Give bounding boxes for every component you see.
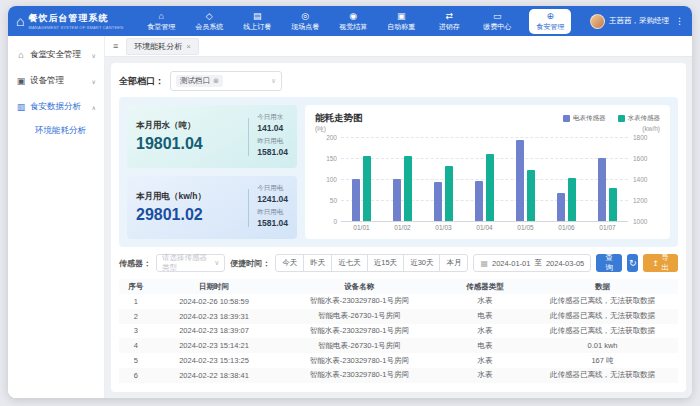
quick-range-button[interactable]: 近15天	[367, 254, 404, 272]
stall-chip[interactable]: 测试档口 ⊗	[176, 75, 223, 87]
quick-range-button[interactable]: 今天	[275, 254, 304, 272]
query-button[interactable]: 查询	[596, 254, 622, 272]
payment-center-icon: ▭	[493, 11, 502, 21]
date-end[interactable]: 2024-03-05	[546, 259, 584, 268]
table-cell: 水表	[443, 370, 527, 380]
legend-item[interactable]: 电表传感器	[563, 114, 606, 123]
x-axis-label: 01/02	[394, 224, 410, 231]
table-cell: 2024-02-23 15:14:21	[153, 341, 276, 350]
sidebar-item-label: 设备管理	[30, 75, 64, 87]
nav-item-label: 进销存	[439, 22, 460, 32]
quick-range-button[interactable]: 昨天	[303, 254, 332, 272]
stall-select[interactable]: 测试档口 ⊗ ∨	[170, 71, 282, 91]
sidebar-item[interactable]: ▣设备管理∨	[8, 68, 104, 94]
table-cell: 此传感器已离线，无法获取数据	[527, 326, 678, 336]
electricity-title: 本月用电（kw/h）	[136, 191, 240, 203]
date-range-picker[interactable]: ▦ 2024-01-01 至 2024-03-05	[473, 254, 591, 272]
water-bar	[445, 166, 453, 221]
nav-item-member[interactable]: ◇会员系统	[193, 11, 225, 32]
user-menu-icon[interactable]: ⋮	[675, 16, 684, 26]
quick-range-button[interactable]: 近30天	[403, 254, 440, 272]
sidebar-subitem[interactable]: 环境能耗分析	[8, 120, 104, 142]
nav-item-auto-weigh[interactable]: ▣自动称重	[385, 11, 417, 32]
right-axis-tick: 1800	[628, 134, 647, 141]
legend-swatch	[618, 115, 625, 122]
tab-close-icon[interactable]: ×	[186, 42, 191, 51]
left-axis-tick: 0	[333, 218, 341, 225]
right-axis-tick: 1200	[628, 197, 647, 204]
device-manage-icon: ▣	[16, 76, 26, 86]
refresh-button[interactable]: ↻	[627, 254, 638, 272]
nav-item-label: 缴费中心	[483, 22, 511, 32]
water-bar	[527, 170, 535, 221]
electric-bar	[516, 140, 524, 221]
onsite-order-icon: ◎	[301, 11, 309, 21]
table-row[interactable]: 12024-02-26 10:58:59智能水表-230329780-1号房间水…	[119, 294, 678, 309]
electric-bar	[475, 181, 483, 221]
user-block[interactable]: 王茜茜，采购经理 ⋮	[590, 14, 684, 29]
table-header-cell: 设备名称	[276, 282, 444, 292]
table-header-cell: 序号	[119, 282, 153, 292]
table-cell: 智能水表-230329780-1号房间	[276, 356, 444, 366]
nav-item-label: 视觉结算	[339, 22, 367, 32]
nav-item-canteen[interactable]: ⌂食堂管理	[145, 11, 177, 32]
date-start[interactable]: 2024-01-01	[492, 259, 530, 268]
x-axis-label: 01/06	[558, 224, 574, 231]
stall-filter-row: 全部档口： 测试档口 ⊗ ∨	[119, 71, 678, 91]
table-row[interactable]: 32024-02-23 18:39:07智能水表-230329780-1号房间水…	[119, 324, 678, 339]
sensor-select[interactable]: 请选择传感器类型 ∨	[156, 254, 225, 272]
tab-env-energy[interactable]: 环境能耗分析 ×	[126, 38, 199, 55]
energy-panel: 本月用水（吨） 19801.04 今日用水 141.04 昨日用电 1581.0…	[119, 97, 678, 247]
water-yesterday-value: 1581.04	[257, 147, 288, 157]
table-cell: 智能电表-26730-1号房间	[276, 311, 444, 321]
table-cell: 4	[119, 341, 153, 350]
avatar[interactable]	[590, 14, 605, 29]
table-header-row: 序号日期时间设备名称传感器类型数据	[119, 279, 678, 294]
nav-item-food-safety[interactable]: ⊕食安管理	[529, 9, 571, 34]
legend-item[interactable]: 水表传感器	[618, 114, 661, 123]
export-label: 导出	[662, 253, 670, 273]
nav-item-vision-checkout[interactable]: ◉视觉结算	[337, 11, 369, 32]
table-row[interactable]: 52024-02-23 15:13:25智能水表-230329780-1号房间水…	[119, 353, 678, 368]
stall-chip-close-icon[interactable]: ⊗	[213, 77, 219, 85]
chart-title: 能耗走势图	[315, 112, 363, 125]
table-row[interactable]: 62024-02-22 18:38:41智能水表-230329780-1号房间水…	[119, 368, 678, 383]
table-filter-row: 传感器： 请选择传感器类型 ∨ 便捷时间： 今天昨天近七天近15天近30天本月 …	[119, 253, 678, 273]
table-header-cell: 日期时间	[153, 282, 276, 292]
quick-range-button[interactable]: 近七天	[331, 254, 368, 272]
sidebar-item[interactable]: ▥食安数据分析∧	[8, 94, 104, 120]
bar-group: 01/02	[382, 137, 423, 221]
stall-filter-label: 全部档口：	[119, 75, 164, 88]
electric-bar	[352, 179, 360, 221]
chevron-down-icon: ∨	[271, 77, 276, 85]
online-order-icon: ▤	[253, 11, 262, 21]
nav-item-online-order[interactable]: ▤线上订餐	[241, 11, 273, 32]
table-cell: 2024-02-23 18:39:07	[153, 326, 276, 335]
nav-item-label: 食安管理	[536, 22, 564, 32]
quick-range-button[interactable]: 本月	[439, 254, 468, 272]
table-row[interactable]: 22024-02-23 18:39:31智能电表-26730-1号房间电表此传感…	[119, 309, 678, 324]
date-separator: 至	[534, 258, 542, 268]
right-axis-tick: 1000	[628, 218, 647, 225]
table-row[interactable]: 42024-02-23 15:14:21智能电表-26730-1号房间电表0.0…	[119, 338, 678, 353]
water-bar	[609, 188, 617, 221]
nav-item-onsite-order[interactable]: ◎现场点餐	[289, 11, 321, 32]
table-cell: 智能水表-230329780-1号房间	[276, 370, 444, 380]
table-cell: 167 吨	[527, 356, 678, 366]
collapse-sidebar-icon[interactable]: ≡	[113, 41, 118, 51]
table-header-cell: 传感器类型	[443, 282, 527, 292]
nav-item-inventory[interactable]: ⇄进销存	[433, 11, 465, 32]
x-axis-label: 01/03	[435, 224, 451, 231]
chevron-down-icon: ∨	[92, 78, 96, 85]
water-bar	[568, 178, 576, 221]
app-subtitle: MANAGEMENT SYSTEM OF SMART CANTEEN	[28, 25, 123, 30]
table-cell: 0.01 kwh	[527, 341, 678, 350]
export-button[interactable]: ↥ 导出	[643, 254, 678, 272]
gridline	[341, 221, 628, 222]
nav-item-payment-center[interactable]: ▭缴费中心	[481, 11, 513, 32]
stall-chip-label: 测试档口	[180, 76, 210, 86]
nav-item-label: 现场点餐	[291, 22, 319, 32]
chart-plot: 2001800150160010014005012000100001/0101/…	[341, 137, 628, 221]
left-axis-tick: 150	[326, 155, 341, 162]
sidebar-item[interactable]: ⌂食堂安全管理∨	[8, 42, 104, 68]
